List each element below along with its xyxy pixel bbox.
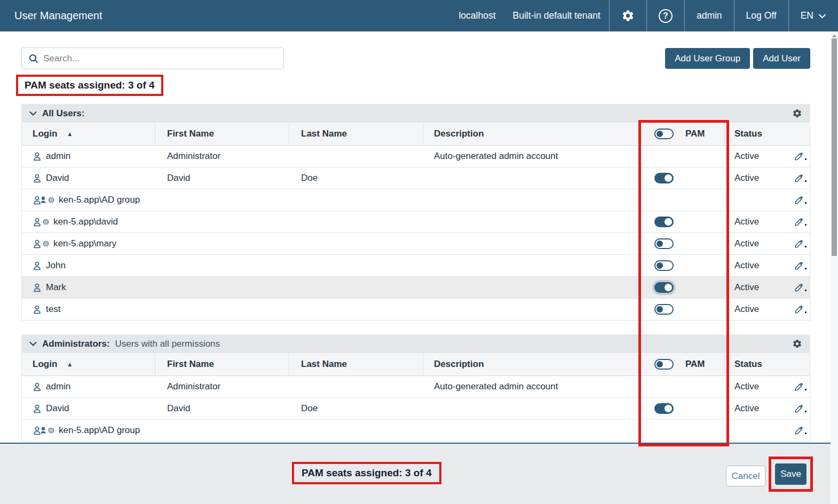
column-header-last-name[interactable]: Last Name [289, 353, 423, 375]
section-header-all-users[interactable]: All Users: [21, 104, 810, 123]
status-text: Active [734, 304, 759, 315]
description-cell [423, 211, 640, 233]
search-input[interactable] [43, 53, 276, 64]
pam-seats-banner-top: PAM seats assigned: 3 of 4 [16, 75, 163, 96]
edit-button[interactable] [795, 174, 806, 182]
scrollbar[interactable] [831, 31, 838, 504]
settings-icon[interactable] [609, 0, 646, 31]
status-cell: Active [724, 146, 810, 167]
scrollbar-up-arrow-icon[interactable] [832, 34, 836, 37]
column-header-pam: PAM [640, 353, 724, 375]
pam-toggle[interactable] [654, 359, 674, 370]
edit-dot [805, 158, 807, 160]
section-header-administrators[interactable]: Administrators: Users with all permissio… [21, 334, 810, 353]
chevron-down-icon [818, 13, 826, 19]
edit-button[interactable] [795, 382, 806, 391]
first-name-cell [155, 299, 289, 320]
table-row[interactable]: ken-5.app\mary Active [21, 233, 810, 255]
edit-button[interactable] [795, 152, 806, 161]
status-text: Active [734, 381, 759, 392]
column-header-status[interactable]: Status [724, 123, 810, 145]
last-name-cell [289, 255, 423, 276]
column-header-login[interactable]: Login▲ [22, 353, 155, 375]
edit-dot [805, 224, 807, 226]
pam-toggle[interactable] [654, 238, 674, 249]
last-name-cell [289, 277, 423, 298]
scrollbar-thumb[interactable] [832, 38, 837, 256]
section-settings-icon[interactable] [792, 339, 802, 349]
edit-button[interactable] [795, 239, 806, 248]
language-selector[interactable]: EN [788, 0, 838, 31]
user-management-page: User Management localhost Built-in defau… [0, 0, 838, 504]
table-row[interactable]: ken-5.app\AD group [21, 420, 810, 442]
status-cell: Active [724, 255, 810, 276]
table-row[interactable]: test Active [21, 299, 810, 321]
table-row[interactable]: ken-5.app\AD group [21, 189, 810, 211]
edit-icon [795, 404, 803, 413]
last-name-cell [289, 420, 423, 441]
table-row[interactable]: ken-5.app\david Active [21, 211, 810, 233]
pam-toggle-knob [657, 241, 663, 247]
login-text: John [46, 260, 66, 271]
pam-toggle[interactable] [654, 129, 674, 139]
logoff-button[interactable]: Log Off [734, 0, 788, 31]
status-text: Active [734, 260, 759, 271]
first-name-cell: Administrator [155, 146, 289, 167]
edit-button[interactable] [795, 218, 806, 226]
status-cell: Active [724, 376, 810, 397]
pam-toggle-knob [665, 405, 672, 412]
column-header-description[interactable]: Description [423, 353, 640, 375]
edit-button[interactable] [795, 404, 806, 413]
edit-button[interactable] [795, 283, 806, 292]
table-row[interactable]: admin Administrator Auto-generated admin… [21, 376, 810, 398]
pam-toggle[interactable] [654, 260, 674, 271]
status-cell [724, 189, 810, 211]
first-name-cell [155, 189, 289, 211]
add-user-button[interactable]: Add User [753, 48, 810, 69]
column-header-first-name[interactable]: First Name [155, 353, 289, 375]
column-header-last-name[interactable]: Last Name [289, 123, 423, 145]
edit-dot [805, 311, 807, 313]
column-header-first-name[interactable]: First Name [155, 123, 289, 145]
section-title: All Users: [42, 108, 84, 119]
footer-bar: PAM seats assigned: 3 of 4 Cancel Save [0, 443, 838, 504]
table-row[interactable]: admin Administrator Auto-generated admin… [21, 146, 810, 167]
pam-toggle[interactable] [654, 173, 674, 183]
table-row[interactable]: John Active [21, 255, 810, 277]
table-row[interactable]: David David Doe Active [21, 398, 810, 420]
edit-icon [795, 152, 803, 161]
table-row[interactable]: David David Doe Active [21, 167, 810, 189]
edit-button[interactable] [795, 196, 806, 204]
edit-dot [805, 411, 807, 412]
login-cell: admin [22, 146, 155, 167]
column-header-login[interactable]: Login▲ [22, 123, 155, 145]
description-cell [423, 277, 640, 298]
pam-toggle-knob [657, 131, 663, 137]
user-icon [33, 261, 42, 270]
search-box [21, 47, 284, 69]
cancel-button[interactable]: Cancel [726, 466, 765, 486]
pam-toggle[interactable] [654, 403, 674, 414]
edit-button[interactable] [795, 305, 806, 314]
save-button[interactable]: Save [775, 463, 807, 485]
last-name-cell [289, 376, 423, 397]
edit-button[interactable] [795, 261, 806, 270]
first-name-cell: Administrator [155, 376, 289, 397]
section-administrators: Administrators: Users with all permissio… [21, 334, 810, 442]
pam-toggle[interactable] [654, 304, 674, 315]
add-user-group-button[interactable]: Add User Group [665, 48, 750, 69]
edit-button[interactable] [795, 426, 806, 435]
section-settings-icon[interactable] [792, 108, 802, 118]
user-menu-item[interactable]: admin [684, 0, 734, 31]
pam-toggle[interactable] [654, 217, 674, 227]
description-cell [423, 255, 640, 276]
table-row[interactable]: Mark Active [21, 277, 810, 299]
column-header-status[interactable]: Status [724, 353, 810, 375]
pam-cell [640, 211, 724, 233]
search-icon [29, 54, 38, 63]
login-cell: David [22, 398, 155, 419]
pam-column-label: PAM [685, 359, 705, 370]
pam-toggle[interactable] [654, 282, 674, 293]
help-icon[interactable]: ? [646, 0, 684, 31]
column-header-description[interactable]: Description [423, 123, 640, 145]
